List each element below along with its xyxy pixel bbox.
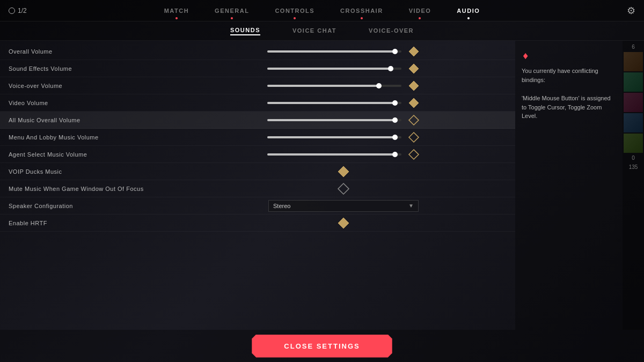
setting-control — [180, 165, 507, 178]
subtab-voice-chat[interactable]: VOICE CHAT — [292, 27, 336, 35]
sidebar-number-bottom2: 135 — [629, 163, 638, 171]
sub-navigation: SOUNDS VOICE CHAT VOICE-OVER — [0, 21, 644, 41]
setting-all-music-volume: All Music Overall Volume — [0, 112, 515, 129]
tab-dot — [467, 17, 470, 19]
setting-agent-select-music: Agent Select Music Volume — [0, 146, 515, 163]
avatar-3[interactable] — [624, 93, 643, 112]
dropdown-arrow-icon: ▼ — [408, 203, 414, 209]
setting-label: Menu And Lobby Music Volume — [9, 134, 180, 141]
diamond-reset-icon[interactable] — [408, 131, 420, 143]
top-navigation: 1/2 MATCH GENERAL CONTROLS CROSSHAIR VID… — [0, 0, 644, 21]
setting-label: Speaker Configuration — [9, 203, 180, 209]
tab-dot — [175, 17, 178, 19]
match-timer: 1/2 — [9, 7, 27, 14]
avatar-1[interactable] — [624, 52, 643, 71]
setting-control — [180, 217, 507, 230]
svg-marker-6 — [409, 150, 419, 159]
avatar-2[interactable] — [624, 72, 643, 92]
toggle-disabled-icon[interactable] — [337, 182, 350, 195]
right-sidebar: 6 0 135 — [623, 41, 644, 330]
avatar-placeholder — [624, 93, 643, 112]
volume-slider[interactable] — [267, 68, 401, 70]
timer-icon — [9, 8, 15, 14]
timer-value: 1/2 — [18, 7, 27, 14]
setting-voip-ducks-music: VOIP Ducks Music — [0, 163, 515, 180]
setting-video-volume: Video Volume — [0, 94, 515, 112]
toggle-hrtf-icon[interactable] — [337, 217, 350, 230]
tab-audio[interactable]: AUDIO — [444, 0, 493, 21]
sidebar-number: 6 — [632, 43, 635, 51]
tab-crosshair[interactable]: CROSSHAIR — [327, 0, 396, 21]
setting-label: All Music Overall Volume — [9, 117, 180, 123]
setting-label: Sound Effects Volume — [9, 65, 180, 72]
setting-control — [180, 131, 507, 143]
settings-panel: Overall Volume Sound Effects Volume — [0, 41, 515, 330]
tab-match[interactable]: MATCH — [151, 0, 202, 21]
setting-overall-volume: Overall Volume — [0, 43, 515, 60]
svg-marker-5 — [409, 132, 419, 142]
svg-marker-1 — [409, 64, 419, 73]
setting-control — [180, 97, 507, 109]
setting-label: VOIP Ducks Music — [9, 168, 180, 175]
diamond-reset-icon[interactable] — [408, 114, 420, 126]
tab-general[interactable]: GENERAL — [202, 0, 262, 21]
tab-dot — [231, 17, 233, 19]
volume-slider[interactable] — [267, 50, 401, 53]
svg-marker-9 — [338, 218, 349, 228]
tab-controls[interactable]: CONTROLS — [262, 0, 327, 21]
diamond-reset-icon[interactable] — [408, 80, 420, 92]
volume-slider[interactable] — [267, 153, 401, 156]
setting-label: Overall Volume — [9, 48, 180, 55]
svg-marker-7 — [338, 166, 349, 177]
tab-dot — [361, 17, 363, 19]
avatar-5[interactable] — [624, 134, 643, 153]
subtab-voice-over[interactable]: VOICE-OVER — [369, 27, 414, 35]
setting-enable-hrtf: Enable HRTF — [0, 215, 515, 232]
volume-slider[interactable] — [267, 85, 401, 87]
avatar-placeholder — [624, 113, 643, 132]
main-content: Overall Volume Sound Effects Volume — [0, 41, 644, 330]
diamond-reset-icon[interactable] — [408, 97, 420, 109]
avatar-4[interactable] — [624, 113, 643, 132]
tab-video[interactable]: VIDEO — [396, 0, 444, 21]
close-settings-button[interactable]: CLOSE SETTINGS — [252, 335, 392, 358]
volume-slider[interactable] — [267, 102, 401, 104]
setting-voiceover-volume: Voice-over Volume — [0, 77, 515, 94]
setting-sound-effects-volume: Sound Effects Volume — [0, 60, 515, 77]
tab-dot — [419, 17, 421, 19]
setting-label: Agent Select Music Volume — [9, 151, 180, 158]
volume-slider[interactable] — [267, 119, 401, 121]
toggle-enabled-icon[interactable] — [337, 165, 350, 178]
avatar-placeholder — [624, 72, 643, 92]
setting-control — [180, 80, 507, 92]
setting-label: Enable HRTF — [9, 220, 180, 226]
setting-control — [180, 114, 507, 126]
setting-label: Video Volume — [9, 100, 180, 106]
svg-marker-8 — [338, 183, 349, 194]
svg-marker-0 — [409, 47, 419, 56]
setting-control — [180, 149, 507, 160]
avatar-placeholder — [624, 134, 643, 153]
setting-mute-music-focus: Mute Music When Game Window Out Of Focus — [0, 180, 515, 197]
setting-speaker-config: Speaker Configuration Stereo ▼ — [0, 197, 515, 215]
speaker-dropdown[interactable]: Stereo ▼ — [268, 200, 419, 212]
diamond-reset-icon[interactable] — [408, 149, 420, 160]
setting-control — [180, 46, 507, 57]
avatar-placeholder — [624, 52, 643, 71]
settings-gear-icon[interactable]: ⚙ — [627, 5, 635, 17]
setting-label: Mute Music When Game Window Out Of Focus — [9, 186, 180, 192]
nav-tabs: MATCH GENERAL CONTROLS CROSSHAIR VIDEO A… — [151, 0, 493, 21]
speaker-dropdown-container: Stereo ▼ — [268, 200, 419, 212]
conflict-title: You currently have conflicting bindings: — [522, 67, 616, 84]
diamond-reset-icon[interactable] — [408, 46, 420, 57]
svg-marker-4 — [409, 115, 419, 125]
diamond-reset-icon[interactable] — [408, 63, 420, 75]
conflict-message: 'Middle Mouse Button' is assigned to Tog… — [522, 94, 616, 121]
setting-label: Voice-over Volume — [9, 83, 180, 89]
setting-control: Stereo ▼ — [180, 200, 507, 212]
svg-marker-2 — [409, 81, 419, 91]
setting-menu-lobby-music: Menu And Lobby Music Volume — [0, 129, 515, 146]
volume-slider[interactable] — [267, 136, 401, 138]
sidebar-number-bottom1: 0 — [632, 154, 635, 162]
subtab-sounds[interactable]: SOUNDS — [230, 27, 260, 35]
